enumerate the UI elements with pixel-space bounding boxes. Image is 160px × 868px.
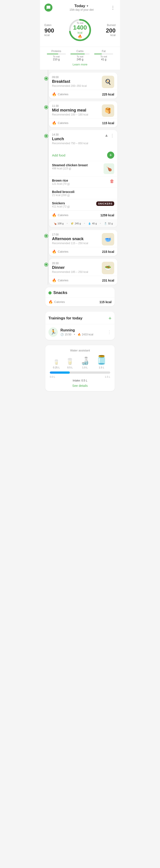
page-title[interactable]: Today ▼ xyxy=(70,4,94,8)
proteins-amount: 210 g xyxy=(44,58,68,61)
water-max-label: 1.5 L xyxy=(105,375,110,378)
training-item-running[interactable]: 🏃 Running 🕐 15:50 • 🔥 2433 kcal ⋮ xyxy=(45,324,115,340)
add-food-button[interactable]: + xyxy=(107,152,114,159)
afternoon-image-placeholder: 🥣 xyxy=(102,233,114,246)
fire-icon: 🔥 xyxy=(73,34,87,38)
carbs-detail-icon: 🌾 xyxy=(71,222,74,225)
cup-10-label: 1.0 L xyxy=(82,366,87,369)
header: Today ▼ 15th day of your diet ⋮ xyxy=(40,0,120,14)
snacks-cal-label-group: 🔥 Calories xyxy=(48,300,65,304)
midmorning-image: 🥞 xyxy=(102,104,114,117)
title-text: Today xyxy=(74,4,85,8)
carbs-bar xyxy=(71,54,89,54)
food-item-rice[interactable]: Brown rice 121 kcal (70 g) 🗑 xyxy=(49,177,117,188)
running-info: Running 🕐 15:50 • 🔥 2433 kcal xyxy=(61,328,105,336)
salt-detail-icon: 🧂 xyxy=(104,222,107,225)
meal-card-inner-dinner: 20:30 Dinner Recommended 185 – 250 kcal … xyxy=(49,259,117,274)
food-item-broccoli[interactable]: Boiled broccoli 21 kcal (200 g) xyxy=(49,188,117,199)
meal-card-midmorning[interactable]: 11:30 Mid morning meal Recommended 100 –… xyxy=(49,101,117,127)
snacks-title: Snacks xyxy=(53,290,67,295)
snickers-detail: 411 kcal (72 g) xyxy=(52,205,70,208)
snacks-cal-label: Calories xyxy=(54,300,65,304)
running-calories-detail: 🔥 2433 kcal xyxy=(78,333,93,336)
add-food-label: Add food xyxy=(52,153,65,157)
water-see-details-link[interactable]: See details xyxy=(50,384,110,388)
running-time: 15:50 xyxy=(65,333,71,336)
chicken-name: Steamed chicken breast xyxy=(52,163,87,167)
running-details: 🕐 15:50 • 🔥 2433 kcal xyxy=(61,333,105,336)
afternoon-image: 🥣 xyxy=(102,233,114,246)
water-cup-10[interactable]: 🍶 1.0 L xyxy=(80,356,89,369)
app-logo xyxy=(44,4,52,11)
snacks-calories-row: 🔥 Calories 115 kcal xyxy=(45,297,115,306)
water-cup-025[interactable]: 🥛 0.25 L xyxy=(53,360,60,369)
meal-wrapper-midmorning: 11:30 Mid morning meal Recommended 100 –… xyxy=(40,101,120,127)
meal-dot-afternoon xyxy=(45,235,48,238)
macro-protein-detail: 🍗 108 g xyxy=(53,222,64,225)
water-cup-15[interactable]: 🫙 1.5 L xyxy=(96,355,107,369)
meal-dot-breakfast xyxy=(45,77,48,80)
water-detail-value: 40 g xyxy=(92,222,97,225)
fire-icon-afternoon: 🔥 xyxy=(52,249,56,254)
water-detail-icon: 💧 xyxy=(88,222,91,225)
lunch-calories-row: 🔥 Calories 1259 kcal xyxy=(49,211,117,219)
chicken-image: 🍗 xyxy=(104,163,114,174)
to-eat-unit: kcal xyxy=(73,31,87,34)
meal-dot-lunch xyxy=(45,134,48,137)
broccoli-detail: 21 kcal (200 g) xyxy=(52,194,74,197)
eaten-unit: kcal xyxy=(44,33,54,37)
water-cup-05[interactable]: 🥛 0.5 L xyxy=(66,358,74,369)
breakfast-calories-row: 🔥 Calories 225 kcal xyxy=(49,90,117,99)
burned-label: Burned xyxy=(106,24,116,27)
dinner-cal-label: Calories xyxy=(58,279,69,282)
breakfast-cal-label: Calories xyxy=(58,93,69,96)
breakfast-cal-label-group: 🔥 Calories xyxy=(52,92,69,96)
dinner-image: 🥗 xyxy=(102,262,114,274)
meal-dot-dinner xyxy=(45,263,48,266)
snacks-card[interactable]: Snacks 🔥 Calories 115 kcal xyxy=(45,287,115,306)
rice-info: Brown rice 121 kcal (70 g) xyxy=(52,179,70,185)
breakfast-image-placeholder: 🍳 xyxy=(102,76,114,88)
food-item-chicken[interactable]: Steamed chicken breast 498 kcal (123 g) … xyxy=(49,161,117,177)
carbs-label: Carbs xyxy=(68,50,92,53)
meal-card-inner-lunch: 14:30 Lunch Recommended 750 – 850 kcal ▲… xyxy=(49,130,117,149)
midmorning-cal-value: 115 kcal xyxy=(102,121,114,125)
more-options-icon-lunch[interactable]: ⋮ xyxy=(110,133,114,138)
collapse-icon[interactable]: ▲ xyxy=(105,133,109,138)
ring-center: To eat 1400 kcal 🔥 xyxy=(73,22,87,38)
nutrients-section: Proteins To eat 210 g Carbs To eat 245 g… xyxy=(40,47,120,70)
calorie-ring: To eat 1400 kcal 🔥 xyxy=(68,18,92,42)
midmorning-calories-row: 🔥 Calories 115 kcal xyxy=(49,118,117,127)
eaten-stat: Eaten 900 kcal xyxy=(44,24,54,37)
fire-icon-snacks: 🔥 xyxy=(48,300,53,304)
protein-detail-icon: 🍗 xyxy=(53,222,57,225)
water-progress-bar[interactable] xyxy=(50,371,110,374)
afternoon-calories-row: 🔥 Calories 215 kcal xyxy=(49,247,117,256)
learn-more-link[interactable]: Learn more xyxy=(44,63,116,66)
more-options-button[interactable]: ⋮ xyxy=(111,5,116,10)
afternoon-cal-label: Calories xyxy=(58,250,69,253)
delete-rice-button[interactable]: 🗑 xyxy=(110,179,114,184)
rice-name: Brown rice xyxy=(52,179,70,182)
meal-card-afternoon[interactable]: 17:00 Afternoon snack Recommended 115 – … xyxy=(49,230,117,256)
trainings-header: Trainings for today + xyxy=(45,312,115,324)
add-food-row: Add food + xyxy=(49,149,117,161)
running-calories: 2433 kcal xyxy=(82,333,93,336)
snacks-dot xyxy=(48,291,51,294)
training-more-button[interactable]: ⋮ xyxy=(107,330,112,335)
broccoli-name: Boiled broccoli xyxy=(52,190,74,194)
meal-card-breakfast[interactable]: 09:00 Breakfast Recommended 200–350 kcal… xyxy=(49,72,117,99)
trainings-section: Trainings for today + 🏃 Running 🕐 15:50 … xyxy=(40,312,120,345)
carbs-amount: 245 g xyxy=(68,58,92,61)
cup-15-label: 1.5 L xyxy=(99,366,104,369)
snacks-header: Snacks xyxy=(45,287,115,297)
nutrient-carbs: Carbs To eat 245 g xyxy=(68,50,92,61)
macro-carbs-detail: 🌾 245 g xyxy=(71,222,81,225)
water-card: Water assistant 🥛 0.25 L 🥛 0.5 L 🍶 1.0 L… xyxy=(45,345,115,391)
meal-card-dinner[interactable]: 20:30 Dinner Recommended 185 – 250 kcal … xyxy=(49,259,117,285)
fire-icon-training: 🔥 xyxy=(78,333,81,336)
food-item-snickers[interactable]: Snickers 411 kcal (72 g) SNICKERS xyxy=(49,199,117,211)
add-training-button[interactable]: + xyxy=(109,315,112,321)
fire-icon-midmorning: 🔥 xyxy=(52,121,56,125)
water-title: Water assistant xyxy=(50,349,110,352)
